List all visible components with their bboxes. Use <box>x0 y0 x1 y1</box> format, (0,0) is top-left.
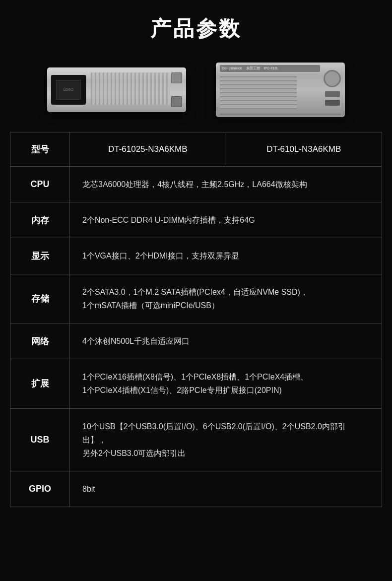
model-value-2: DT-610L-N3A6KMB <box>226 133 382 166</box>
spec-row-display: 显示 1个VGA接口、2个HDMI接口，支持双屏异显 <box>10 238 382 274</box>
usb-label: USB <box>10 409 70 471</box>
page-title: 产品参数 <box>10 15 382 43</box>
storage-value: 2个SATA3.0，1个M.2 SATA插槽(PCIex4，自适应NVMe SS… <box>70 274 382 323</box>
spec-table: 型号 DT-61025-N3A6KMB DT-610L-N3A6KMB CPU … <box>10 132 382 507</box>
cpu-label: CPU <box>10 167 70 202</box>
display-label: 显示 <box>10 238 70 273</box>
spec-row-gpio: GPIO 8bit <box>10 471 382 507</box>
page-container: 产品参数 LOGO Dongtintech 东田工控 iPC-610L <box>0 0 392 527</box>
network-label: 网络 <box>10 323 70 359</box>
usb-value: 10个USB【2个USB3.0(后置I/O)、6个USB2.0(后置I/O)、2… <box>70 409 382 471</box>
storage-label: 存储 <box>10 274 70 323</box>
model-value-1: DT-61025-N3A6KMB <box>70 133 226 166</box>
server-4u-image: Dongtintech 东田工控 iPC-610L <box>216 63 345 117</box>
spec-row-cpu: CPU 龙芯3A6000处理器，4核八线程，主频2.5GHz，LA664微核架构 <box>10 167 382 202</box>
spec-row-expansion: 扩展 1个PCIeX16插槽(X8信号)、1个PCIeX8插槽、1个PCIeX4… <box>10 359 382 408</box>
model-values: DT-61025-N3A6KMB DT-610L-N3A6KMB <box>70 132 382 166</box>
memory-value: 2个Non-ECC DDR4 U-DIMM内存插槽，支持64G <box>70 202 382 238</box>
memory-label: 内存 <box>10 202 70 238</box>
network-value: 4个沐创N500L千兆自适应网口 <box>70 323 382 359</box>
expansion-label: 扩展 <box>10 359 70 408</box>
gpio-label: GPIO <box>10 471 70 507</box>
model-row: 型号 DT-61025-N3A6KMB DT-610L-N3A6KMB <box>10 132 382 167</box>
product-image-2u: LOGO <box>47 67 186 112</box>
gpio-value: 8bit <box>70 471 382 507</box>
spec-row-memory: 内存 2个Non-ECC DDR4 U-DIMM内存插槽，支持64G <box>10 202 382 238</box>
spec-row-usb: USB 10个USB【2个USB3.0(后置I/O)、6个USB2.0(后置I/… <box>10 409 382 472</box>
spec-row-network: 网络 4个沐创N500L千兆自适应网口 <box>10 323 382 359</box>
product-image-4u: Dongtintech 东田工控 iPC-610L <box>216 63 345 117</box>
display-value: 1个VGA接口、2个HDMI接口，支持双屏异显 <box>70 238 382 273</box>
product-images: LOGO Dongtintech 东田工控 iPC-610L <box>10 58 382 122</box>
spec-row-storage: 存储 2个SATA3.0，1个M.2 SATA插槽(PCIex4，自适应NVMe… <box>10 274 382 323</box>
expansion-value: 1个PCIeX16插槽(X8信号)、1个PCIeX8插槽、1个PCIeX4插槽、… <box>70 359 382 408</box>
server-2u-image: LOGO <box>47 67 186 112</box>
model-label: 型号 <box>10 132 70 166</box>
cpu-value: 龙芯3A6000处理器，4核八线程，主频2.5GHz，LA664微核架构 <box>70 167 382 202</box>
